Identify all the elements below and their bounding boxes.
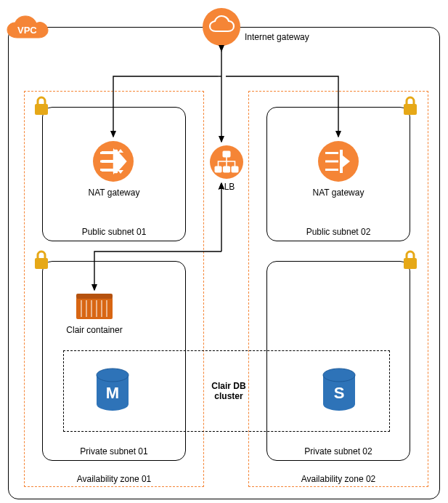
internet-gateway-icon [201,7,242,47]
lock-icon [32,249,51,271]
db-standby-letter: S [334,384,345,402]
svg-rect-18 [232,166,238,172]
svg-rect-12 [325,161,338,163]
public-subnet-02-label: Public subnet 02 [266,227,410,237]
clair-db-cluster-label: Clair DB cluster [203,381,254,401]
clair-container-label: Clair container [58,325,131,335]
db-master-letter: M [106,384,119,402]
internet-gateway-label: Internet gateway [245,32,325,42]
vpc-cloud-icon: VPC [3,15,54,44]
svg-rect-1 [35,104,48,115]
private-subnet-01-label: Private subnet 01 [42,446,186,456]
nat-gateway-01-label: NAT gateway [42,188,186,198]
svg-rect-15 [223,151,230,157]
database-master-icon: M [94,368,131,411]
public-subnet-01-label: Public subnet 01 [42,227,186,237]
az-02-label: Availability zone 02 [248,474,428,484]
svg-rect-21 [76,294,113,299]
svg-rect-11 [325,152,338,154]
svg-rect-16 [215,166,221,172]
svg-rect-28 [404,258,417,269]
private-subnet-02-label: Private subnet 02 [266,446,410,456]
lock-icon [401,95,420,117]
nat-gateway-icon [317,140,360,183]
nat-gateway-02-label: NAT gateway [266,188,410,198]
lock-icon [32,95,51,117]
lock-icon [401,249,420,271]
nat-gateway-icon [91,140,135,183]
az-01-label: Availability zone 01 [24,474,204,484]
database-standby-icon: S [321,368,357,411]
alb-icon [209,145,244,180]
svg-point-0 [203,8,240,46]
svg-rect-13 [325,169,338,171]
svg-rect-8 [100,169,113,171]
svg-rect-6 [100,152,113,154]
vpc-label: VPC [17,25,37,36]
alb-label: ALB [209,182,244,192]
svg-rect-17 [224,166,230,172]
svg-rect-9 [404,104,417,115]
svg-rect-7 [100,161,113,163]
svg-rect-19 [35,258,48,269]
diagram-canvas: VPC Internet gateway Availability zone 0… [0,0,448,503]
container-icon [76,293,113,322]
